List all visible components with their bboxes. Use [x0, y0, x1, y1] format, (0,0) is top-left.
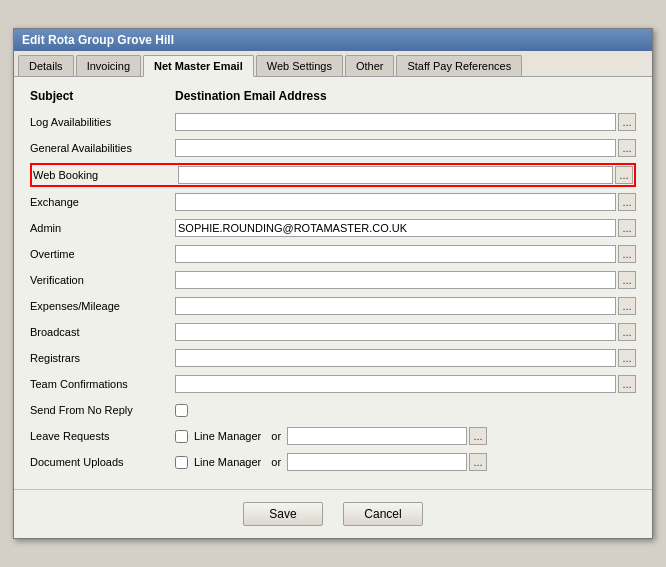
- row-admin: Admin ...: [30, 217, 636, 239]
- input-web-booking[interactable]: [178, 166, 613, 184]
- input-broadcast[interactable]: [175, 323, 616, 341]
- tab-other[interactable]: Other: [345, 55, 395, 76]
- dots-btn-admin[interactable]: ...: [618, 219, 636, 237]
- input-expenses-mileage[interactable]: [175, 297, 616, 315]
- or-label-docs: or: [271, 456, 281, 468]
- tabs-container: Details Invoicing Net Master Email Web S…: [14, 51, 652, 77]
- row-leave-requests: Leave Requests Line Manager or ...: [30, 425, 636, 447]
- row-web-booking: Web Booking ...: [30, 163, 636, 187]
- row-broadcast: Broadcast ...: [30, 321, 636, 343]
- input-wrap-team-confirmations: ...: [175, 375, 636, 393]
- label-web-booking: Web Booking: [33, 169, 178, 181]
- dots-btn-exchange[interactable]: ...: [618, 193, 636, 211]
- checkbox-docs-line-manager[interactable]: [175, 456, 188, 469]
- column-headers: Subject Destination Email Address: [30, 89, 636, 103]
- label-exchange: Exchange: [30, 196, 175, 208]
- send-no-reply-wrap: [175, 404, 188, 417]
- save-button[interactable]: Save: [243, 502, 323, 526]
- row-expenses-mileage: Expenses/Mileage ...: [30, 295, 636, 317]
- input-wrap-log-availabilities: ...: [175, 113, 636, 131]
- input-team-confirmations[interactable]: [175, 375, 616, 393]
- dots-btn-broadcast[interactable]: ...: [618, 323, 636, 341]
- dots-btn-overtime[interactable]: ...: [618, 245, 636, 263]
- row-exchange: Exchange ...: [30, 191, 636, 213]
- label-expenses-mileage: Expenses/Mileage: [30, 300, 175, 312]
- line-manager-wrap-docs: Line Manager or ...: [175, 453, 487, 471]
- input-wrap-registrars: ...: [175, 349, 636, 367]
- content-area: Subject Destination Email Address Log Av…: [14, 77, 652, 489]
- input-wrap-exchange: ...: [175, 193, 636, 211]
- label-broadcast: Broadcast: [30, 326, 175, 338]
- dots-btn-expenses-mileage[interactable]: ...: [618, 297, 636, 315]
- checkbox-leave-line-manager[interactable]: [175, 430, 188, 443]
- row-team-confirmations: Team Confirmations ...: [30, 373, 636, 395]
- row-send-from-no-reply: Send From No Reply: [30, 399, 636, 421]
- cancel-button[interactable]: Cancel: [343, 502, 423, 526]
- dots-btn-verification[interactable]: ...: [618, 271, 636, 289]
- input-wrap-broadcast: ...: [175, 323, 636, 341]
- input-registrars[interactable]: [175, 349, 616, 367]
- tab-net-master-email[interactable]: Net Master Email: [143, 55, 254, 77]
- input-admin[interactable]: [175, 219, 616, 237]
- tab-invoicing[interactable]: Invoicing: [76, 55, 141, 76]
- footer: Save Cancel: [14, 489, 652, 538]
- tab-details[interactable]: Details: [18, 55, 74, 76]
- input-verification[interactable]: [175, 271, 616, 289]
- dots-btn-registrars[interactable]: ...: [618, 349, 636, 367]
- subject-header: Subject: [30, 89, 175, 103]
- label-document-uploads: Document Uploads: [30, 456, 175, 468]
- input-leave-requests[interactable]: [287, 427, 467, 445]
- label-leave-requests: Leave Requests: [30, 430, 175, 442]
- dots-btn-document-uploads[interactable]: ...: [469, 453, 487, 471]
- checkbox-send-from-no-reply[interactable]: [175, 404, 188, 417]
- label-overtime: Overtime: [30, 248, 175, 260]
- input-exchange[interactable]: [175, 193, 616, 211]
- input-overtime[interactable]: [175, 245, 616, 263]
- input-wrap-general-availabilities: ...: [175, 139, 636, 157]
- label-send-from-no-reply: Send From No Reply: [30, 404, 175, 416]
- line-manager-wrap-leave: Line Manager or ...: [175, 427, 487, 445]
- input-wrap-expenses-mileage: ...: [175, 297, 636, 315]
- dots-btn-general-availabilities[interactable]: ...: [618, 139, 636, 157]
- line-manager-label-docs: Line Manager: [194, 456, 261, 468]
- dialog-title: Edit Rota Group Grove Hill: [22, 33, 174, 47]
- row-general-availabilities: General Availabilities ...: [30, 137, 636, 159]
- dots-btn-leave-requests[interactable]: ...: [469, 427, 487, 445]
- input-wrap-admin: ...: [175, 219, 636, 237]
- title-bar: Edit Rota Group Grove Hill: [14, 29, 652, 51]
- label-log-availabilities: Log Availabilities: [30, 116, 175, 128]
- row-verification: Verification ...: [30, 269, 636, 291]
- input-wrap-overtime: ...: [175, 245, 636, 263]
- label-admin: Admin: [30, 222, 175, 234]
- input-general-availabilities[interactable]: [175, 139, 616, 157]
- input-wrap-verification: ...: [175, 271, 636, 289]
- label-registrars: Registrars: [30, 352, 175, 364]
- row-overtime: Overtime ...: [30, 243, 636, 265]
- dialog: Edit Rota Group Grove Hill Details Invoi…: [13, 28, 653, 539]
- or-label-leave: or: [271, 430, 281, 442]
- row-registrars: Registrars ...: [30, 347, 636, 369]
- line-manager-label-leave: Line Manager: [194, 430, 261, 442]
- dots-btn-log-availabilities[interactable]: ...: [618, 113, 636, 131]
- label-team-confirmations: Team Confirmations: [30, 378, 175, 390]
- input-wrap-web-booking: ...: [178, 166, 633, 184]
- row-document-uploads: Document Uploads Line Manager or ...: [30, 451, 636, 473]
- dots-btn-team-confirmations[interactable]: ...: [618, 375, 636, 393]
- label-general-availabilities: General Availabilities: [30, 142, 175, 154]
- tab-web-settings[interactable]: Web Settings: [256, 55, 343, 76]
- tab-staff-pay-references[interactable]: Staff Pay References: [396, 55, 522, 76]
- row-log-availabilities: Log Availabilities ...: [30, 111, 636, 133]
- input-log-availabilities[interactable]: [175, 113, 616, 131]
- dots-btn-web-booking[interactable]: ...: [615, 166, 633, 184]
- dest-header: Destination Email Address: [175, 89, 636, 103]
- label-verification: Verification: [30, 274, 175, 286]
- input-document-uploads[interactable]: [287, 453, 467, 471]
